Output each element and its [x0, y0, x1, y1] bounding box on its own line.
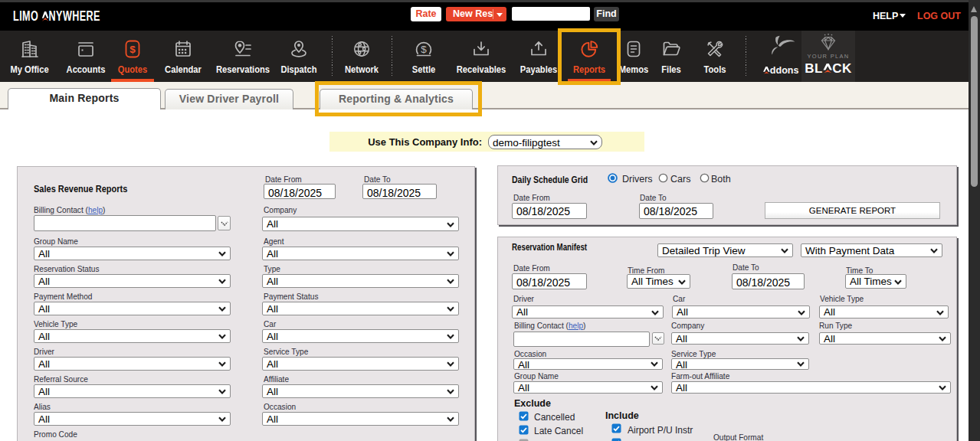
svg-text:$: $: [421, 44, 427, 55]
svg-text:$: $: [129, 44, 136, 55]
